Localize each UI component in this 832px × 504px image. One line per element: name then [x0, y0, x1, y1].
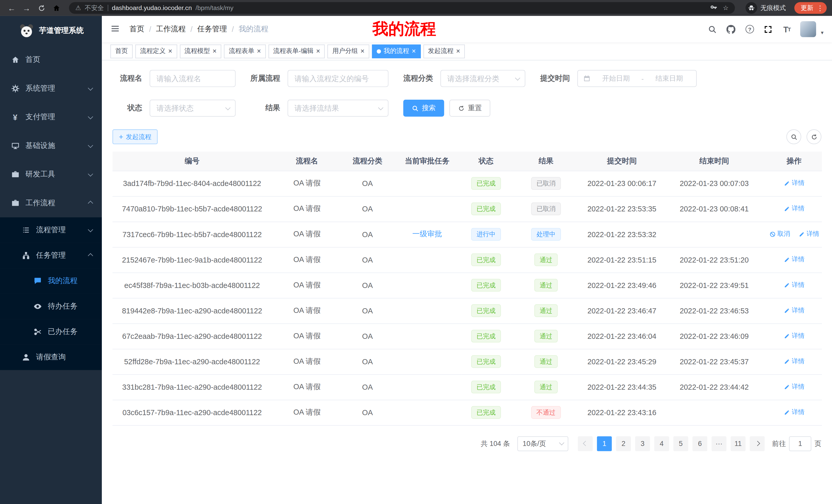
detail-action[interactable]: 详情: [784, 281, 804, 289]
detail-action[interactable]: 详情: [799, 230, 819, 239]
close-icon[interactable]: ×: [456, 48, 460, 55]
bookmark-star-icon[interactable]: ☆: [723, 4, 728, 12]
sidebar-item-task-management[interactable]: 任务管理: [0, 243, 102, 268]
cancel-action[interactable]: 取消: [770, 230, 790, 239]
tab-user-group[interactable]: 用户分组×: [328, 44, 369, 58]
column-header-name: 流程名: [272, 151, 342, 171]
font-size-button[interactable]: TT: [782, 24, 792, 34]
detail-action[interactable]: 详情: [784, 179, 804, 188]
sidebar-item-leave-query[interactable]: 请假查询: [0, 344, 102, 370]
app-logo[interactable]: 芋道管理系统: [0, 16, 102, 46]
page-button-6[interactable]: 6: [693, 436, 707, 451]
address-bar[interactable]: ⚠ 不安全 dashboard.yudao.iocoder.cn/bpm/tas…: [69, 2, 735, 13]
search-button[interactable]: 搜索: [403, 100, 444, 117]
page-button-4[interactable]: 4: [654, 436, 669, 451]
key-icon[interactable]: [710, 4, 718, 12]
page-button-1[interactable]: 1: [597, 436, 612, 451]
task-link[interactable]: 一级审批: [412, 230, 442, 238]
sidebar-item-label: 已办任务: [48, 327, 78, 337]
sidebar-item-todo-tasks[interactable]: 待办任务: [0, 293, 102, 319]
sidebar-item-done-tasks[interactable]: 已办任务: [0, 319, 102, 344]
breadcrumb-item[interactable]: 工作流程: [156, 24, 186, 34]
status-select[interactable]: [150, 100, 235, 116]
tab-process-form[interactable]: 流程表单×: [224, 44, 266, 58]
tab-process-model[interactable]: 流程模型×: [180, 44, 222, 58]
page-size-select[interactable]: 10条/页: [517, 436, 568, 451]
create-process-button[interactable]: + 发起流程: [113, 130, 158, 144]
page-button-3[interactable]: 3: [635, 436, 650, 451]
breadcrumb-separator: /: [190, 25, 192, 33]
status-tag: 已完成: [471, 177, 501, 190]
sidebar-item-workflow[interactable]: 工作流程: [0, 189, 102, 217]
cell-result: 已取消: [510, 196, 581, 222]
refresh-table-button[interactable]: [807, 130, 822, 144]
close-icon[interactable]: ×: [213, 48, 217, 55]
date-range-picker[interactable]: 开始日期 - 结束日期: [577, 70, 697, 87]
table-header-row: 编号 流程名 流程分类 当前审批任务 状态 结果 提交时间 结束时间 操作: [113, 151, 822, 171]
detail-action[interactable]: 详情: [784, 408, 804, 417]
create-process-label: 发起流程: [126, 132, 151, 141]
sidebar-item-devtools[interactable]: 研发工具: [0, 160, 102, 189]
avatar[interactable]: [800, 21, 816, 37]
reset-button[interactable]: 重置: [449, 100, 490, 117]
browser-forward-button[interactable]: →: [20, 2, 33, 15]
tab-process-definition[interactable]: 流程定义×: [135, 44, 177, 58]
close-icon[interactable]: ×: [257, 48, 261, 55]
cell-category: OA: [342, 196, 393, 222]
close-icon[interactable]: ×: [412, 48, 416, 55]
process-name-input[interactable]: [150, 71, 235, 86]
prev-page-button[interactable]: [578, 436, 593, 451]
result-tag: 已取消: [531, 202, 561, 215]
result-tag: 通过: [534, 355, 558, 368]
browser-update-button[interactable]: 更新 ⋮: [795, 2, 827, 13]
result-select[interactable]: [288, 100, 388, 116]
help-button[interactable]: ?: [744, 24, 755, 34]
github-button[interactable]: [726, 24, 736, 34]
tab-process-form-edit[interactable]: 流程表单-编辑×: [268, 44, 325, 58]
sidebar-toggle-button[interactable]: [110, 24, 121, 34]
sidebar-item-my-processes[interactable]: 我的流程: [0, 268, 102, 293]
goto-page-input[interactable]: [789, 436, 811, 451]
browser-reload-button[interactable]: [35, 2, 48, 15]
browser-back-button[interactable]: ←: [5, 2, 18, 15]
next-page-button[interactable]: [750, 436, 765, 451]
sidebar-item-label: 流程管理: [36, 225, 66, 235]
cell-category: OA: [342, 400, 393, 425]
category-select[interactable]: [441, 71, 525, 86]
close-icon[interactable]: ×: [361, 48, 365, 55]
page-button-5[interactable]: 5: [673, 436, 688, 451]
header-search-button[interactable]: [707, 24, 718, 34]
breadcrumb-item[interactable]: 任务管理: [197, 24, 227, 34]
fullscreen-button[interactable]: [763, 24, 774, 34]
breadcrumb-item[interactable]: 首页: [130, 24, 145, 34]
tab-my-processes[interactable]: 我的流程×: [372, 44, 421, 58]
search-toggle-button[interactable]: [786, 130, 801, 144]
process-definition-input[interactable]: [288, 71, 388, 86]
sidebar-item-payment[interactable]: ¥ 支付管理: [0, 103, 102, 131]
detail-action[interactable]: 详情: [784, 306, 804, 315]
browser-menu-icon[interactable]: ⋮: [816, 4, 824, 12]
detail-action-label: 详情: [807, 230, 820, 239]
cell-category: OA: [342, 222, 393, 247]
browser-home-button[interactable]: [50, 2, 63, 15]
page-ellipsis-button[interactable]: ···: [712, 436, 727, 451]
edit-icon: [799, 231, 805, 237]
tab-home[interactable]: 首页: [110, 44, 133, 58]
sidebar-item-process-management[interactable]: 流程管理: [0, 217, 102, 243]
tab-start-process[interactable]: 发起流程×: [423, 44, 465, 58]
detail-action[interactable]: 详情: [784, 383, 804, 391]
cell-task: [393, 324, 462, 349]
detail-action[interactable]: 详情: [784, 255, 804, 264]
cell-end-time: 2022-01-22 23:45:37: [662, 349, 766, 374]
page-button-11[interactable]: 11: [731, 436, 746, 451]
sidebar-item-system[interactable]: 系统管理: [0, 74, 102, 103]
edit-icon: [784, 180, 790, 187]
close-icon[interactable]: ×: [168, 48, 172, 55]
page-button-2[interactable]: 2: [616, 436, 631, 451]
sidebar-item-infra[interactable]: 基础设施: [0, 132, 102, 160]
detail-action[interactable]: 详情: [784, 331, 804, 340]
close-icon[interactable]: ×: [316, 48, 320, 55]
sidebar-item-home[interactable]: 首页: [0, 46, 102, 74]
detail-action[interactable]: 详情: [784, 204, 804, 213]
detail-action[interactable]: 详情: [784, 357, 804, 366]
